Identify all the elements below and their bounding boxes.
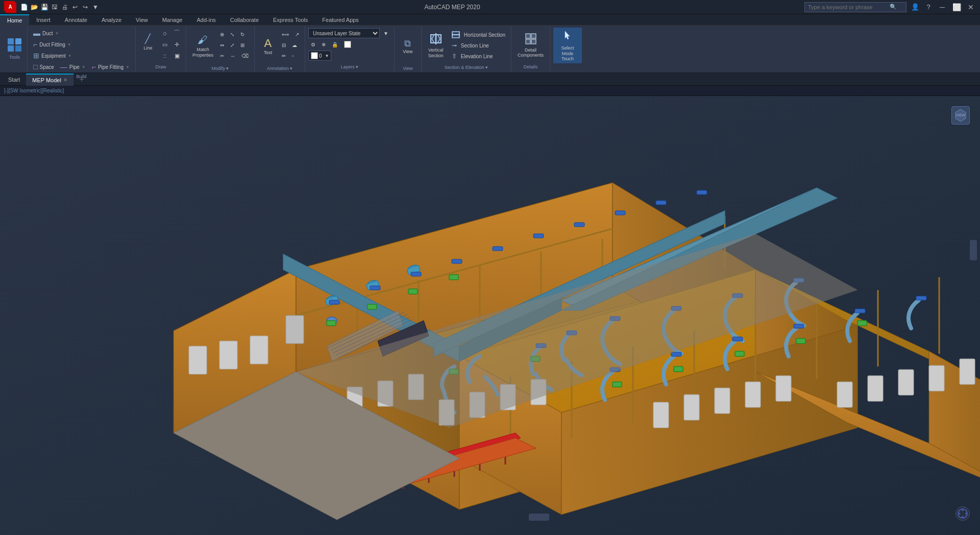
pipe-fitting-button[interactable]: ⌐ Pipe Fitting ▼ [89, 62, 132, 72]
minimize-button[interactable]: ─ [937, 2, 947, 12]
app-logo: A [4, 1, 16, 13]
arc-button[interactable]: ⌒ [172, 28, 183, 38]
tab-collaborate[interactable]: Collaborate [223, 14, 266, 25]
modify-row3: ✂ ↔ ⌫ [217, 51, 251, 61]
print-icon[interactable]: 🖨 [60, 3, 69, 12]
titlebar-right: 🔍 👤 ? ─ ⬜ ✕ [804, 2, 976, 12]
scrollbar-horizontal[interactable] [529, 514, 549, 521]
undo-icon[interactable]: ↩ [70, 3, 80, 12]
tab-manage[interactable]: Manage [155, 14, 190, 25]
search-input[interactable] [808, 4, 890, 10]
section-content: VerticalSection Horizontal Section [425, 28, 508, 63]
pipe-dropdown[interactable]: ▼ [82, 65, 86, 69]
duct-dropdown[interactable]: ▼ [55, 31, 59, 36]
tab-mep-close[interactable]: ✕ [63, 77, 67, 83]
copy-icon: ⊕ [220, 32, 224, 37]
close-button[interactable]: ✕ [966, 2, 976, 12]
section-line-button[interactable]: ⊸ Section Line [449, 40, 508, 51]
circle-button[interactable]: ○ [159, 28, 170, 38]
select-mode-touch-button[interactable]: SelectModeTouch [553, 28, 582, 63]
array-button[interactable]: ⊞ [238, 40, 247, 50]
search-bar[interactable]: 🔍 [804, 2, 906, 12]
detail-components-button[interactable]: DetailComponents [514, 28, 547, 63]
duct-fitting-dropdown[interactable]: ▼ [67, 42, 71, 47]
view-button[interactable]: ⧉ View [398, 28, 418, 64]
ribbon-group-section: VerticalSection Horizontal Section [422, 27, 511, 71]
hatch-button[interactable]: :: [159, 51, 170, 61]
leader-button[interactable]: ↗ [292, 29, 302, 39]
copy-button[interactable]: ⊕ [217, 29, 227, 39]
svg-rect-105 [837, 382, 852, 407]
scale-button[interactable]: ⤢ [228, 40, 237, 50]
rectangle-button[interactable]: ▭ [159, 39, 170, 50]
vertical-section-icon [430, 33, 442, 47]
view-label: View [403, 49, 412, 54]
tab-insert[interactable]: Insert [29, 14, 58, 25]
restore-button[interactable]: ⬜ [951, 2, 962, 12]
line-button[interactable]: ╱ Line [139, 28, 157, 56]
duct-fitting-button[interactable]: ⌐ Duct Fitting ▼ [31, 39, 74, 50]
add-tab-button[interactable]: ＋ [74, 74, 90, 85]
mirror-button[interactable]: ⇔ [217, 40, 227, 50]
nav-wheel[interactable] [955, 506, 970, 521]
extend-button[interactable]: ↔ [228, 51, 238, 61]
revision-cloud-button[interactable]: ☁ [289, 40, 300, 50]
rotate-button[interactable]: ↻ [238, 29, 247, 39]
tab-analyze[interactable]: Analyze [94, 14, 129, 25]
circle-icon: ○ [163, 30, 167, 37]
space-button[interactable]: □ Space [31, 62, 57, 72]
color-bar[interactable]: 0 ▼ [308, 51, 331, 61]
pipe-label: Pipe [69, 64, 80, 70]
redo-icon[interactable]: ↪ [81, 3, 90, 12]
table-button[interactable]: ⊟ [279, 40, 288, 50]
svg-rect-79 [855, 309, 865, 313]
tab-express[interactable]: Express Tools [266, 14, 315, 25]
move-button[interactable]: ✛ [172, 39, 183, 50]
open-icon[interactable]: 📂 [30, 3, 39, 12]
scrollbar-vertical[interactable] [970, 240, 977, 260]
signin-icon[interactable]: 👤 [911, 3, 920, 12]
gradient-button[interactable]: ▣ [172, 51, 183, 61]
layer-freeze-icon: ❄ [322, 42, 326, 47]
layer-dropdown-btn[interactable]: ▼ [381, 28, 391, 38]
equipment-dropdown[interactable]: ▼ [68, 54, 72, 58]
text-button[interactable]: A Text [258, 28, 278, 64]
layer-state-dropdown[interactable]: Unsaved Layer State [308, 28, 380, 38]
duct-button[interactable]: ▬ Duct ▼ [31, 28, 61, 38]
tab-view[interactable]: View [129, 14, 155, 25]
erase-button[interactable]: ⌫ [239, 51, 251, 61]
markup-button[interactable]: ✏ [279, 51, 288, 61]
help-icon[interactable]: ? [924, 3, 933, 12]
tab-addins[interactable]: Add-ins [189, 14, 223, 25]
layer-lock-button[interactable]: 🔒 [329, 39, 340, 50]
trim-button[interactable]: ✂ [217, 51, 227, 61]
tab-home[interactable]: Home [0, 14, 29, 25]
pipe-fitting-dropdown[interactable]: ▼ [126, 65, 130, 69]
qa-dropdown-icon[interactable]: ▼ [91, 3, 100, 12]
layer-color-button[interactable] [341, 39, 354, 50]
save-icon[interactable]: 💾 [40, 3, 49, 12]
tab-mep-model[interactable]: MEP Model ✕ [26, 74, 74, 86]
stretch-button[interactable]: ⤡ [228, 29, 237, 39]
tab-featured[interactable]: Featured Apps [315, 14, 366, 25]
wipeout-button[interactable]: ▫ [289, 51, 297, 61]
svg-rect-83 [612, 382, 622, 387]
match-properties-button[interactable]: 🖌 MatchProperties [189, 28, 216, 64]
pipe-button[interactable]: — Pipe ▼ [58, 62, 88, 72]
saveas-icon[interactable]: 🖫 [50, 3, 59, 12]
layer-properties-button[interactable]: ⚙ [308, 39, 318, 50]
dimension-button[interactable]: ⟺ [279, 29, 291, 39]
horizontal-section-button[interactable]: Horizontal Section [449, 30, 508, 40]
tab-start[interactable]: Start [2, 74, 26, 86]
tab-annotate[interactable]: Annotate [58, 14, 94, 25]
elevation-line-button[interactable]: ⇧ Elevation Line [449, 51, 508, 61]
new-icon[interactable]: 📄 [19, 3, 29, 12]
layer-freeze-button[interactable]: ❄ [319, 39, 328, 50]
viewcube[interactable]: VIEW [951, 106, 970, 125]
vertical-section-button[interactable]: VerticalSection [425, 28, 447, 63]
equipment-button[interactable]: ⊞ Equipment ▼ [31, 51, 75, 61]
duct-icon: ▬ [33, 29, 40, 37]
color-dropdown-icon[interactable]: ▼ [325, 54, 329, 58]
pipe-fitting-label: Pipe Fitting [98, 64, 124, 70]
search-icon: 🔍 [890, 4, 897, 10]
